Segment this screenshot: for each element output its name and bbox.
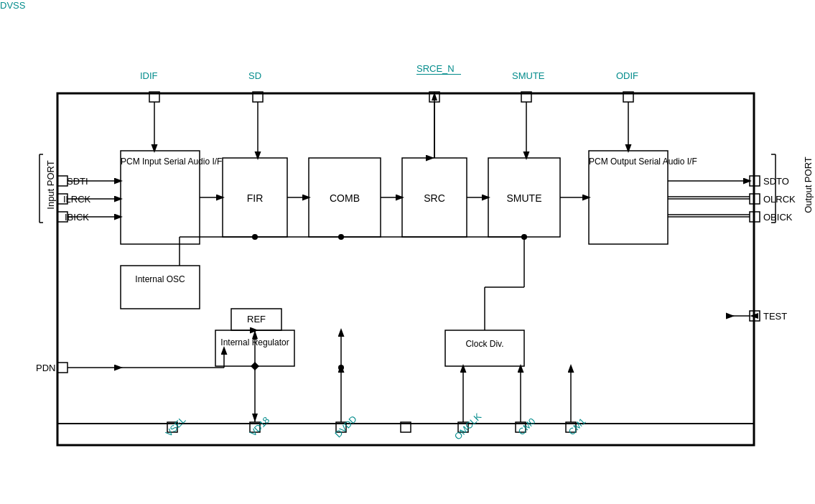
label-clock-div: Clock Div. (445, 339, 524, 350)
diagram-svg (0, 0, 815, 504)
label-ibick: IBICK (65, 212, 89, 223)
svg-rect-13 (121, 266, 200, 309)
label-srce-n: SRCE_N (416, 63, 455, 74)
label-srce-underline (416, 74, 461, 75)
label-odif: ODIF (616, 70, 638, 81)
label-smute-block: SMUTE (488, 192, 560, 204)
label-pcm-input: PCM Input Serial Audio I/F (121, 157, 200, 168)
label-ref: REF (231, 314, 281, 325)
label-test: TEST (763, 311, 787, 322)
label-sdti: SDTI (67, 176, 88, 187)
block-diagram: IDIF SD SRCE_N SMUTE ODIF SDTI ILRCK IBI… (0, 0, 815, 504)
label-smute-top: SMUTE (512, 70, 545, 81)
label-src: SRC (402, 192, 467, 204)
label-obick: OBICK (763, 212, 792, 223)
label-input-port: Input PORT (45, 157, 56, 214)
label-pcm-output: PCM Output Serial Audio I/F (589, 157, 668, 168)
label-fir: FIR (223, 192, 287, 204)
label-dvss: DVSS (0, 0, 25, 11)
label-comb: COMB (309, 192, 381, 204)
pcm-output-text: PCM Output Serial Audio I/F (589, 157, 697, 167)
label-sdto: SDTO (763, 176, 789, 187)
label-ilrck: ILRCK (63, 194, 90, 205)
label-sd: SD (248, 70, 261, 81)
clock-div-text: Clock Div. (465, 339, 503, 349)
label-internal-regulator: Internal Regulator (215, 337, 294, 349)
svg-rect-0 (57, 93, 754, 445)
label-idif: IDIF (140, 70, 158, 81)
label-output-port: Output PORT (803, 157, 814, 214)
pcm-input-text: PCM Input Serial Audio I/F (121, 157, 222, 167)
internal-osc-text: Internal OSC (135, 274, 185, 284)
svg-rect-59 (57, 363, 67, 373)
svg-rect-29 (57, 176, 67, 186)
label-internal-osc: Internal OSC (121, 274, 200, 286)
label-pdn: PDN (36, 363, 55, 373)
label-olrck: OLRCK (763, 194, 796, 205)
internal-reg-text: Internal Regulator (220, 337, 289, 347)
